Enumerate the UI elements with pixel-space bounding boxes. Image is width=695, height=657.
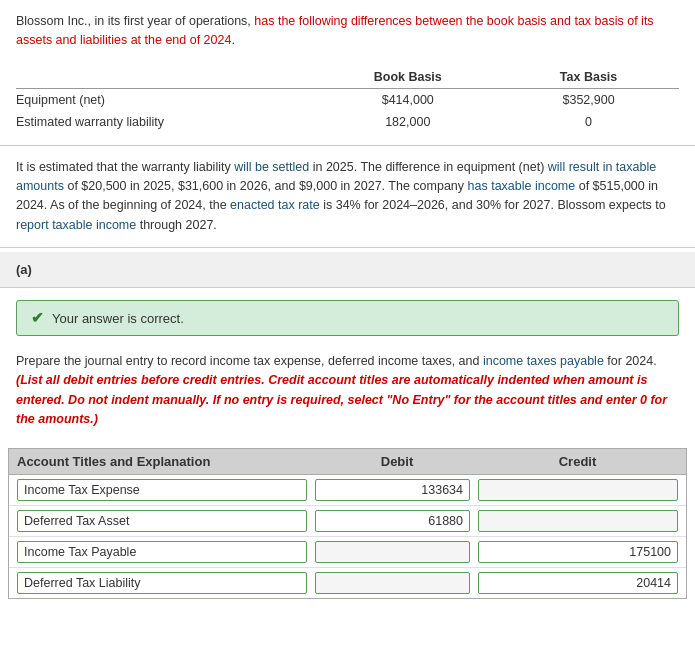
journal-debit-input-0[interactable] — [315, 479, 470, 501]
journal-entry-row — [9, 506, 686, 537]
instructions-section: Prepare the journal entry to record inco… — [0, 346, 695, 440]
row-tax: 0 — [498, 111, 679, 133]
col-header-label — [16, 66, 317, 89]
journal-credit-input-0[interactable] — [478, 479, 678, 501]
intro-highlight: has the following differences between th… — [16, 14, 654, 47]
journal-header-row: Account Titles and Explanation Debit Cre… — [9, 449, 686, 475]
row-tax: $352,900 — [498, 88, 679, 111]
journal-debit-input-3[interactable] — [315, 572, 470, 594]
row-book: 182,000 — [317, 111, 498, 133]
answer-correct-text: Your answer is correct. — [52, 311, 184, 326]
part-label: (a) — [16, 262, 32, 277]
journal-table-container: Account Titles and Explanation Debit Cre… — [8, 448, 687, 599]
journal-entries-container — [9, 475, 686, 598]
table-section: Book Basis Tax Basis Equipment (net) $41… — [0, 58, 695, 141]
description-section: It is estimated that the warranty liabil… — [0, 145, 695, 249]
journal-entry-row — [9, 475, 686, 506]
journal-col-credit-header: Credit — [477, 454, 678, 469]
answer-correct-box: ✔ Your answer is correct. — [16, 300, 679, 336]
journal-col-account-header: Account Titles and Explanation — [17, 454, 317, 469]
data-table: Book Basis Tax Basis Equipment (net) $41… — [16, 66, 679, 133]
journal-entry-row — [9, 537, 686, 568]
journal-account-input-1[interactable] — [17, 510, 307, 532]
journal-entry-row — [9, 568, 686, 598]
row-label: Equipment (net) — [16, 88, 317, 111]
journal-debit-input-2[interactable] — [315, 541, 470, 563]
table-row: Equipment (net) $414,000 $352,900 — [16, 88, 679, 111]
journal-col-debit-header: Debit — [317, 454, 477, 469]
journal-credit-input-1[interactable] — [478, 510, 678, 532]
intro-text: Blossom Inc., in its first year of opera… — [16, 14, 654, 47]
journal-credit-input-3[interactable] — [478, 572, 678, 594]
intro-section: Blossom Inc., in its first year of opera… — [0, 0, 695, 58]
journal-account-input-2[interactable] — [17, 541, 307, 563]
check-icon: ✔ — [31, 309, 44, 327]
row-book: $414,000 — [317, 88, 498, 111]
page-container: Blossom Inc., in its first year of opera… — [0, 0, 695, 657]
row-label: Estimated warranty liability — [16, 111, 317, 133]
col-header-book: Book Basis — [317, 66, 498, 89]
table-row: Estimated warranty liability 182,000 0 — [16, 111, 679, 133]
journal-credit-input-2[interactable] — [478, 541, 678, 563]
instructions-text: Prepare the journal entry to record inco… — [16, 354, 667, 426]
journal-debit-input-1[interactable] — [315, 510, 470, 532]
journal-account-input-3[interactable] — [17, 572, 307, 594]
description-text: It is estimated that the warranty liabil… — [16, 160, 666, 232]
part-label-section: (a) — [0, 252, 695, 288]
journal-account-input-0[interactable] — [17, 479, 307, 501]
col-header-tax: Tax Basis — [498, 66, 679, 89]
